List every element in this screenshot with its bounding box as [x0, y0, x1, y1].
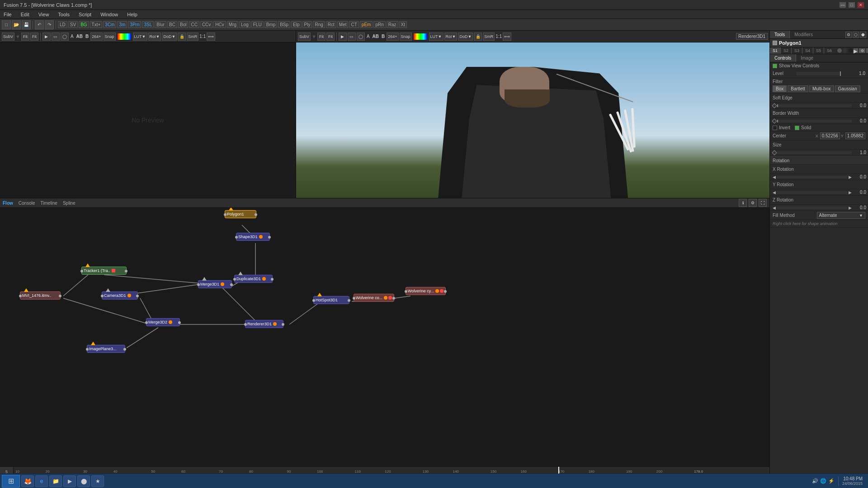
toolbar-pem[interactable]: pEm	[360, 21, 373, 28]
x-rotation-left-arrow[interactable]: ◀	[773, 175, 776, 179]
slot-settings[interactable]: ⚙	[859, 48, 865, 53]
right-view-snap[interactable]: Snap	[400, 33, 412, 41]
left-view-circle[interactable]: ◯	[61, 33, 69, 41]
rightclick-hint[interactable]: Right-click here for shape animation	[770, 220, 868, 228]
node-tracker1[interactable]: Tracker1 (Tra..	[81, 267, 127, 275]
slot-s5[interactable]: S5	[813, 47, 824, 54]
node-wolverineco[interactable]: Wolverine co...	[354, 294, 394, 302]
tray-volume-icon[interactable]: 🔊	[812, 478, 818, 484]
filter-bartlett-btn[interactable]: Bartlett	[788, 85, 808, 92]
node-canvas[interactable]: Polygon1 Shape3D1 Duplicate3D1	[0, 208, 769, 466]
node-mvi1476-output[interactable]	[59, 295, 61, 297]
toolbar-bmp[interactable]: Bmp	[264, 21, 278, 28]
toolbar-flu[interactable]: FLU	[251, 21, 264, 28]
toolbar-open[interactable]: 📂	[12, 20, 21, 29]
node-camera3d1-input[interactable]	[101, 295, 104, 297]
node-polygon1-input[interactable]	[224, 213, 226, 216]
menu-edit[interactable]: Edit	[19, 11, 31, 18]
size-anim-btn[interactable]	[772, 150, 777, 155]
filter-multibox-btn[interactable]: Multi-box	[809, 85, 834, 92]
center-x-value[interactable]: 0.52256	[820, 132, 840, 139]
taskbar-media[interactable]: ▶	[63, 475, 76, 487]
node-shape3d1[interactable]: Shape3D1	[236, 233, 270, 241]
z-rotation-left-arrow[interactable]: ◀	[773, 206, 776, 210]
invert-check[interactable]	[773, 126, 777, 130]
modifiers-tab[interactable]: Modifiers	[790, 31, 817, 38]
menu-view[interactable]: View	[37, 11, 51, 18]
toolbar-bg[interactable]: BG	[79, 21, 89, 28]
slot-s6[interactable]: S6	[824, 47, 835, 54]
node-camera3d1-output[interactable]	[136, 295, 139, 297]
slot-s2[interactable]: S2	[781, 47, 792, 54]
solid-check[interactable]	[795, 126, 799, 130]
toolbar-txt[interactable]: Txt+	[90, 21, 103, 28]
image-subtab[interactable]: Image	[796, 54, 818, 62]
maximize-button[interactable]: □	[848, 2, 855, 8]
slot-arrow[interactable]: ▶	[854, 48, 858, 53]
toolbar-3sl[interactable]: 3SL	[142, 21, 154, 28]
x-rotation-right-arrow[interactable]: ▶	[849, 175, 852, 179]
close-button[interactable]: ✕	[857, 2, 864, 8]
node-tracker1-input[interactable]	[80, 270, 83, 272]
slot-color-3[interactable]	[848, 48, 853, 53]
toolbar-hcv[interactable]: HCv	[213, 21, 226, 28]
border-width-anim-btn[interactable]	[772, 118, 777, 123]
left-lut[interactable]: LUT▼	[133, 33, 147, 41]
size-slider[interactable]	[777, 151, 852, 154]
props-icon-1[interactable]: ⚙	[845, 32, 852, 38]
right-lut[interactable]: LUT▼	[429, 33, 443, 41]
slot-s4[interactable]: S4	[802, 47, 813, 54]
right-subv-btn[interactable]: SubV	[298, 33, 311, 41]
node-camera3d1[interactable]: Camera3D1	[102, 291, 138, 300]
toolbar-ct[interactable]: CT	[349, 21, 359, 28]
border-width-slider[interactable]	[777, 120, 852, 122]
taskbar-ie[interactable]: e	[35, 475, 48, 487]
node-wolverinecy-output[interactable]	[444, 290, 447, 293]
right-fit1-btn[interactable]: Fit	[317, 33, 326, 41]
toolbar-undo[interactable]: ↶	[35, 20, 44, 29]
right-view-circle[interactable]: ◯	[357, 33, 365, 41]
node-imageplane3[interactable]: ImagePlane3...	[87, 345, 125, 353]
tools-tab[interactable]: Tools	[770, 31, 790, 38]
timeline-tab[interactable]: Timeline	[40, 201, 57, 206]
node-renderer3d1-output[interactable]	[282, 323, 284, 326]
left-view-arrow[interactable]: ▶	[42, 33, 51, 41]
show-view-controls-check[interactable]	[773, 64, 777, 68]
x-rotation-slider[interactable]	[777, 176, 848, 178]
left-subv-btn[interactable]: SubV	[2, 33, 14, 41]
toolbar-raz[interactable]: Raz	[387, 21, 398, 28]
taskbar-explorer[interactable]: 📁	[49, 475, 62, 487]
left-color-picker[interactable]	[118, 33, 131, 40]
fill-method-select[interactable]: Alternate ▼	[817, 212, 866, 219]
props-icon-3[interactable]: ⬟	[860, 32, 866, 38]
node-wolverinecy[interactable]: Wolverine cy...	[406, 287, 446, 295]
left-lock[interactable]: 🔒	[178, 33, 186, 41]
node-duplicate3d1[interactable]: Duplicate3D1	[234, 275, 273, 283]
node-polygon1-output[interactable]	[255, 213, 257, 216]
node-imageplane3-output[interactable]	[123, 348, 126, 351]
toolbar-3cm[interactable]: 3Cm	[103, 21, 116, 28]
toolbar-prn[interactable]: pRn	[373, 21, 385, 28]
start-button[interactable]: ⊞	[2, 475, 20, 488]
node-dup3d1-output[interactable]	[271, 278, 274, 281]
toolbar-met[interactable]: Met	[337, 21, 349, 28]
node-wolverineco-input[interactable]	[353, 297, 355, 300]
soft-edge-anim-btn[interactable]	[772, 103, 777, 108]
node-merge3d2-input[interactable]	[145, 321, 148, 324]
node-dup3d1-input[interactable]	[233, 278, 236, 281]
node-tracker1-output[interactable]	[125, 270, 127, 272]
toolbar-cc[interactable]: CC	[189, 21, 199, 28]
toolbar-blur[interactable]: Blur	[155, 21, 166, 28]
toolbar-ccv[interactable]: CCv	[200, 21, 212, 28]
node-merge3d2[interactable]: Merge3D2	[146, 318, 180, 326]
spline-tab[interactable]: Spline	[63, 201, 75, 206]
right-roi[interactable]: RoI▼	[444, 33, 458, 41]
node-imageplane3-input[interactable]	[86, 348, 89, 351]
right-dod[interactable]: DoD▼	[458, 33, 473, 41]
toolbar-rng[interactable]: Rng	[313, 21, 325, 28]
console-tab[interactable]: Console	[19, 201, 35, 206]
node-expand-btn[interactable]: ⛶	[759, 199, 767, 207]
toolbar-save[interactable]: 💾	[22, 20, 31, 29]
left-dod[interactable]: DoD▼	[162, 33, 177, 41]
toolbar-bc[interactable]: BC	[167, 21, 177, 28]
